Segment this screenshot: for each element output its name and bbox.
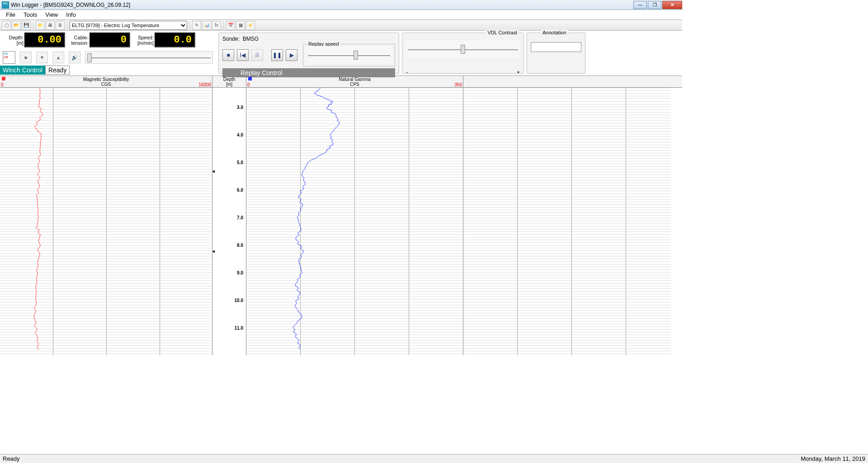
track-header: Magnetic SusceptibilityCGS 016000 Depth[… bbox=[0, 76, 682, 88]
app-icon: RG bbox=[2, 1, 9, 9]
menu-file[interactable]: File bbox=[2, 10, 19, 19]
depth-column: 3.04.05.06.07.08.09.010.011.0 bbox=[212, 88, 246, 355]
vdl-contrast-slider[interactable] bbox=[406, 40, 520, 58]
tracks-area: 3.04.05.06.07.08.09.010.011.0 bbox=[0, 88, 682, 355]
tool-print-icon[interactable]: 🖶 bbox=[46, 21, 55, 30]
tool-grid-icon[interactable]: ▦ bbox=[236, 21, 245, 30]
replay-speed-slider[interactable] bbox=[306, 46, 392, 64]
depth-header: Depth[m] bbox=[212, 76, 246, 87]
tool-fx-icon[interactable]: fx bbox=[212, 21, 221, 30]
track-empty bbox=[463, 88, 671, 355]
window-title: Win Logger - [BMSG9243_DOWNLOG_26.09.12] bbox=[11, 2, 130, 8]
title-bar: RG Win Logger - [BMSG9243_DOWNLOG_26.09.… bbox=[0, 0, 682, 10]
maximize-button[interactable]: ❐ bbox=[648, 1, 661, 9]
tool-cal-icon[interactable]: 📅 bbox=[226, 21, 235, 30]
replay-play-icon[interactable]: ▶ bbox=[286, 49, 297, 61]
replay-pause-icon[interactable]: ❚❚ bbox=[271, 49, 283, 61]
control-panels: Depth:[m] 0.00 Cable-tension: 0 Speed:[m… bbox=[0, 31, 682, 76]
replay-print-icon[interactable]: 🖶 bbox=[251, 49, 263, 61]
winch-control-label: Winch Control bbox=[0, 66, 45, 75]
replay-group: Sonde: BMSG ■ I◀ 🖶 ❚❚ ▶ Replay speed Rep… bbox=[218, 33, 399, 74]
annotation-group: Annotation bbox=[527, 33, 585, 74]
minimize-button[interactable]: — bbox=[633, 1, 647, 9]
tool-printpreview-icon[interactable]: 🗎 bbox=[56, 21, 65, 30]
menu-info[interactable]: Info bbox=[62, 10, 80, 19]
track1-header: Magnetic SusceptibilityCGS 016000 bbox=[0, 76, 212, 87]
winch-speed-slider[interactable] bbox=[85, 51, 213, 64]
speaker-icon[interactable]: 🔊 bbox=[69, 52, 80, 63]
down-arrow-icon[interactable]: ▼ bbox=[36, 52, 48, 63]
menu-view[interactable]: View bbox=[41, 10, 62, 19]
toolbar: ▢ 📂 💾 📁 🖶 🗎 ELTG [9739] - Electric Log T… bbox=[0, 20, 682, 31]
tool-open-icon[interactable]: 📂 bbox=[12, 21, 21, 30]
up-arrow-icon[interactable]: ▲ bbox=[52, 52, 64, 63]
track-natgamma bbox=[246, 88, 463, 355]
tool-bolt-icon[interactable]: ⚡ bbox=[246, 21, 255, 30]
vdl-contrast-group: VDL Contrast -+ bbox=[402, 33, 524, 74]
tool-save-icon[interactable]: 💾 bbox=[22, 21, 31, 30]
stop-square-icon[interactable]: ■ bbox=[20, 52, 32, 63]
tool-folder-icon[interactable]: 📁 bbox=[36, 21, 45, 30]
replay-stop-icon[interactable]: ■ bbox=[222, 49, 234, 61]
probe-select[interactable]: ELTG [9739] - Electric Log Temperature bbox=[70, 21, 187, 30]
depth-readout: 0.00 bbox=[24, 33, 65, 47]
close-button[interactable]: ✕ bbox=[662, 1, 682, 9]
track2-header: Natural GammaCPS 0350 bbox=[246, 76, 463, 87]
tool-chart-icon[interactable]: 📊 bbox=[202, 21, 211, 30]
cable-tension-readout: 0 bbox=[90, 33, 130, 47]
track-magsusc bbox=[0, 88, 212, 355]
speed-readout: 0.0 bbox=[155, 33, 195, 47]
winch-status: Ready bbox=[45, 66, 70, 75]
menu-tools[interactable]: Tools bbox=[19, 10, 41, 19]
menu-bar: File Tools View Info bbox=[0, 10, 682, 20]
tool-wand-icon[interactable]: ✎ bbox=[192, 21, 201, 30]
annotation-input[interactable] bbox=[531, 42, 581, 52]
track3-header bbox=[463, 76, 671, 87]
replay-rewind-icon[interactable]: I◀ bbox=[237, 49, 249, 61]
tool-new-icon[interactable]: ▢ bbox=[2, 21, 11, 30]
sonde-value: BMSG bbox=[243, 36, 259, 42]
onoff-toggle[interactable]: OnOff bbox=[3, 51, 15, 64]
replay-speed-box: Replay speed bbox=[303, 44, 395, 66]
